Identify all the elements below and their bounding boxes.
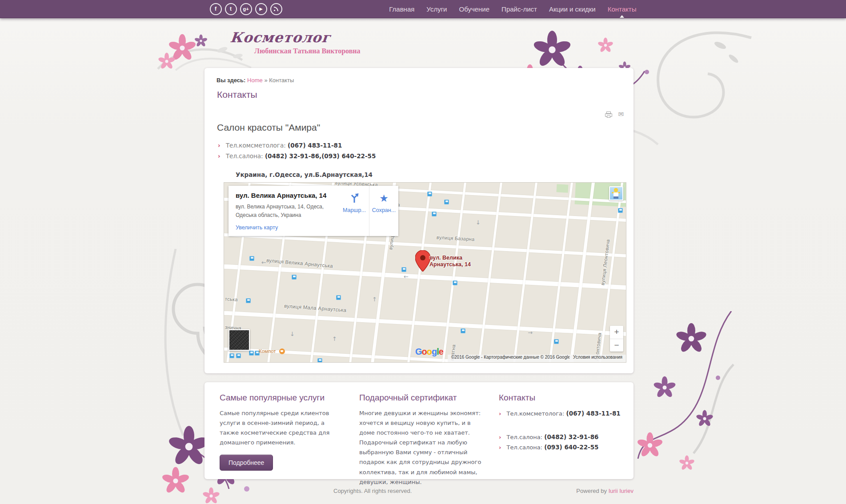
contact-item: › Тел.комсметолога: (067) 483-11-81 bbox=[499, 408, 623, 419]
oneway-arrow-icon: ↓ bbox=[290, 331, 295, 337]
cafe-icon bbox=[279, 348, 285, 354]
facebook-icon[interactable]: f bbox=[210, 3, 222, 15]
transit-stop-icon bbox=[229, 353, 234, 358]
nav-item-pricelist[interactable]: Прайс-лист bbox=[501, 0, 537, 18]
phone-value: (0482) 32-91-86,(093) 640-22-55 bbox=[265, 152, 376, 160]
nav-item-promos[interactable]: Акции и скидки bbox=[549, 0, 596, 18]
page-title: Контакты bbox=[217, 89, 257, 100]
chevron-icon: › bbox=[499, 410, 501, 417]
module-gift-certificate: Подарочный сертификат Многие девушки и ж… bbox=[359, 393, 484, 487]
main-content-card: Вы здесь: Home » Контакты ✉ Контакты Сал… bbox=[204, 68, 633, 373]
directions-label: Маршр... bbox=[343, 207, 366, 213]
contact-label: Тел.салона: bbox=[507, 444, 543, 451]
map-copyright: ©2016 Google - Картографические данные ©… bbox=[448, 355, 574, 362]
footer: Copyrights. All rights reserved. Powered… bbox=[204, 488, 633, 498]
transit-stop-icon bbox=[554, 339, 559, 344]
breadcrumb-home-link[interactable]: Home bbox=[247, 77, 263, 84]
module-title: Самые популярные услуги bbox=[220, 393, 344, 403]
module-contacts: Контакты › Тел.комсметолога: (067) 483-1… bbox=[499, 393, 623, 487]
transit-stop-icon bbox=[432, 212, 437, 216]
more-details-button[interactable]: Подробнеее bbox=[220, 455, 273, 471]
breadcrumb-current: Контакты bbox=[269, 77, 294, 84]
phone-row: › Тел.комсметолога: (067) 483-11-81 bbox=[218, 140, 376, 151]
module-text: Многие девушки и женщины экономят: хочет… bbox=[359, 408, 484, 487]
footer-copyright: Copyrights. All rights reserved. bbox=[333, 488, 412, 494]
street-label: тська bbox=[225, 296, 238, 302]
transit-stop-icon bbox=[427, 192, 432, 196]
contact-item: › Тел.салона: (0482) 32-91-86 bbox=[499, 432, 623, 442]
transit-stop-icon bbox=[249, 256, 254, 261]
transit-stop-icon bbox=[336, 295, 341, 300]
module-popular-services: Самые популярные услуги Самые популярные… bbox=[220, 393, 344, 487]
transit-stop-icon bbox=[453, 280, 457, 285]
map-marker-icon[interactable] bbox=[415, 250, 430, 272]
salon-address: Украина, г.Одесса, ул.Б.Арнаутская,14 bbox=[236, 171, 373, 178]
article-tools: ✉ bbox=[605, 112, 624, 117]
save-label: Сохран... bbox=[372, 207, 396, 213]
google-map[interactable]: вулиця Успенська вулиця Успенська вулиця… bbox=[224, 182, 626, 363]
powered-by-link[interactable]: Iurii Iuriev bbox=[609, 488, 633, 494]
twitter-icon[interactable]: t bbox=[225, 3, 237, 15]
salon-heading: Салон красоты "Амира" bbox=[217, 122, 320, 133]
oneway-arrow-icon: → bbox=[528, 329, 533, 336]
street-label: вулиця Базарна bbox=[437, 235, 475, 242]
nav-item-contacts[interactable]: Контакты bbox=[608, 0, 637, 18]
print-icon[interactable] bbox=[605, 112, 612, 117]
satellite-view-toggle[interactable] bbox=[229, 329, 250, 351]
map-terms-link[interactable]: Условия использования bbox=[569, 355, 626, 362]
site-logo[interactable]: Косметолог bbox=[229, 29, 332, 45]
module-text: Самые популярные среди клиентов услуги в… bbox=[220, 408, 344, 448]
directions-button[interactable]: Маршр... bbox=[340, 186, 369, 236]
nav-item-services[interactable]: Услуги bbox=[426, 0, 447, 18]
star-icon: ★ bbox=[379, 193, 389, 204]
chevron-icon: › bbox=[499, 434, 501, 440]
enlarge-map-link[interactable]: Увеличить карту bbox=[236, 224, 278, 231]
oneway-arrow-icon: ↑ bbox=[372, 296, 377, 303]
rss-glyph bbox=[273, 6, 279, 12]
map-marker-label: вул. Велика Арнаутська, 14 bbox=[429, 255, 471, 268]
phone-list: › Тел.комсметолога: (067) 483-11-81 › Те… bbox=[218, 140, 376, 161]
rss-icon[interactable] bbox=[270, 3, 282, 15]
floral-decoration-bottom-right bbox=[622, 311, 738, 489]
bottom-modules-card: Самые популярные услуги Самые популярные… bbox=[204, 382, 633, 479]
map-road bbox=[512, 182, 539, 363]
contact-label: Тел.салона: bbox=[507, 434, 543, 440]
breadcrumb: Вы здесь: Home » Контакты bbox=[217, 77, 294, 84]
contact-value: (067) 483-11-81 bbox=[566, 410, 621, 417]
site-subtitle: Любинская Татьяна Викторовна bbox=[254, 47, 361, 55]
map-zoom-control: + − bbox=[610, 326, 623, 352]
map-info-card: вул. Велика Арнаутська, 14 вул. Велика А… bbox=[229, 186, 398, 236]
email-icon[interactable]: ✉ bbox=[618, 112, 624, 117]
chevron-icon: › bbox=[499, 444, 501, 451]
oneway-arrow-icon: ↑ bbox=[332, 336, 337, 342]
breadcrumb-separator: » bbox=[264, 77, 267, 84]
footer-powered: Powered by Iurii Iuriev bbox=[576, 488, 633, 494]
phone-value: (067) 483-11-81 bbox=[288, 142, 342, 149]
zoom-out-button[interactable]: − bbox=[610, 339, 623, 352]
breadcrumb-prefix: Вы здесь: bbox=[217, 77, 245, 84]
map-road bbox=[568, 182, 596, 363]
module-title: Подарочный сертификат bbox=[359, 393, 484, 403]
oneway-arrow-icon: ← bbox=[404, 273, 409, 280]
google-plus-icon[interactable]: g+ bbox=[240, 3, 252, 15]
page: f t g+ ▶ Главная Услуги Обучение Прайс-л… bbox=[0, 0, 846, 504]
map-info-title: вул. Велика Арнаутська, 14 bbox=[236, 192, 326, 199]
pegman-control[interactable] bbox=[609, 186, 623, 200]
zoom-in-button[interactable]: + bbox=[610, 326, 623, 339]
transit-stop-icon bbox=[249, 351, 254, 356]
transit-stop-icon bbox=[292, 275, 297, 280]
youtube-icon[interactable]: ▶ bbox=[255, 3, 267, 15]
social-links: f t g+ ▶ bbox=[210, 3, 282, 15]
chevron-icon: › bbox=[218, 142, 221, 149]
nav-item-home[interactable]: Главная bbox=[389, 0, 414, 18]
oneway-arrow-icon: ↓ bbox=[476, 219, 481, 226]
main-nav: Главная Услуги Обучение Прайс-лист Акции… bbox=[389, 0, 636, 18]
directions-icon bbox=[349, 193, 360, 204]
map-info-address: вул. Велика Арнаутська, 14, Одеса, Одесь… bbox=[236, 203, 337, 219]
poi-cafe-label: Компот bbox=[259, 348, 276, 354]
save-place-button[interactable]: ★ Сохран... bbox=[369, 186, 398, 236]
nav-item-training[interactable]: Обучение bbox=[459, 0, 490, 18]
oneway-arrow-icon: ← bbox=[261, 259, 266, 266]
transit-stop-icon bbox=[618, 208, 623, 213]
map-park-area bbox=[557, 184, 569, 192]
